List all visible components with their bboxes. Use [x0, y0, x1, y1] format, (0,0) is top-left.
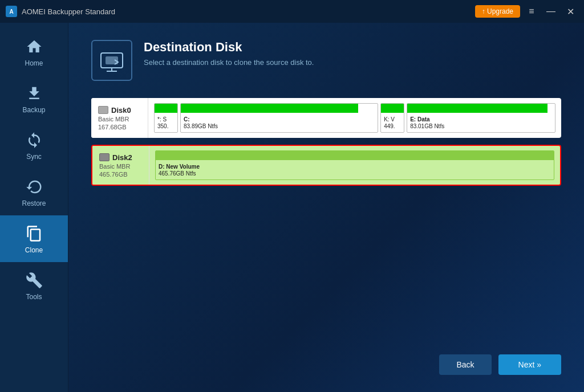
page-header: Destination Disk Select a destination di… [91, 40, 561, 81]
disk0-name: Disk0 [98, 106, 141, 115]
sidebar-label-clone: Clone [25, 246, 43, 254]
disk0-partition-4: E: Data 83.01GB Ntfs [407, 103, 555, 133]
sidebar-label-restore: Restore [22, 199, 46, 207]
title-bar-controls: ↑ Upgrade ≡ — ✕ [475, 3, 578, 19]
back-button[interactable]: Back [439, 354, 491, 375]
restore-icon [24, 177, 44, 197]
close-button[interactable]: ✕ [562, 3, 578, 19]
app-body: Home Backup Sync Restore Clone [0, 23, 584, 392]
home-icon [24, 36, 44, 57]
sidebar-item-home[interactable]: Home [0, 28, 68, 75]
disk0-partition-1: *: S 350. [154, 103, 178, 133]
disk0-type: Basic MBR [98, 116, 141, 122]
disk0-p1-label: *: S [157, 116, 175, 122]
page-title: Destination Disk [144, 40, 314, 55]
sidebar-label-sync: Sync [26, 153, 42, 161]
disk2-partition-1: D: New Volume 465.76GB Ntfs [155, 150, 554, 180]
disk0-partition-3: K: V 449. [380, 103, 404, 133]
disk2-p1-label: D: New Volume [159, 164, 551, 170]
disk2-size: 465.76GB [99, 171, 142, 178]
disk-item-disk2[interactable]: Disk2 Basic MBR 465.76GB D: New Volume 4… [91, 145, 561, 186]
sidebar: Home Backup Sync Restore Clone [0, 23, 68, 392]
content-area: Destination Disk Select a destination di… [68, 23, 584, 392]
sidebar-item-tools[interactable]: Tools [0, 262, 68, 309]
title-bar: A AOMEI Backupper Standard ↑ Upgrade ≡ —… [0, 0, 584, 23]
disk0-partition-2: C: 83.89GB Ntfs [180, 103, 378, 133]
disk2-name: Disk2 [99, 153, 142, 162]
tools-icon [24, 270, 44, 291]
upgrade-button[interactable]: ↑ Upgrade [475, 5, 520, 18]
app-logo: A [6, 6, 17, 17]
sidebar-item-backup[interactable]: Backup [0, 75, 68, 122]
disk0-p4-label: E: Data [410, 116, 552, 122]
disk0-p2-sub: 83.89GB Ntfs [184, 123, 375, 129]
sidebar-label-tools: Tools [26, 293, 42, 301]
page-icon-box [91, 40, 132, 81]
menu-button[interactable]: ≡ [524, 3, 540, 19]
page-title-area: Destination Disk Select a destination di… [144, 40, 314, 67]
disk-icon [98, 106, 108, 114]
page-subtitle: Select a destination disk to clone the s… [144, 58, 314, 67]
sidebar-label-backup: Backup [22, 106, 45, 114]
sidebar-item-restore[interactable]: Restore [0, 169, 68, 215]
disk0-partitions: *: S 350. C: 83.89GB Ntfs [148, 98, 561, 138]
disk0-p3-sub: 449. [384, 123, 401, 129]
sidebar-label-home: Home [25, 59, 43, 67]
disk2-p1-sub: 465.76GB Ntfs [159, 170, 551, 177]
app-title: AOMEI Backupper Standard [22, 7, 115, 16]
disk0-p3-label: K: V [384, 116, 401, 122]
sidebar-item-clone[interactable]: Clone [0, 215, 68, 262]
sidebar-item-sync[interactable]: Sync [0, 122, 68, 169]
disk0-p4-sub: 83.01GB Ntfs [410, 123, 552, 129]
disk0-p2-label: C: [184, 116, 375, 122]
minimize-button[interactable]: — [543, 3, 559, 19]
clone-icon [24, 223, 44, 244]
disk2-partitions: D: New Volume 465.76GB Ntfs [149, 146, 560, 185]
footer: Back Next » [91, 343, 561, 375]
disk-list: Disk0 Basic MBR 167.68GB *: S 350. [91, 98, 561, 343]
disk0-label: Disk0 Basic MBR 167.68GB [91, 98, 148, 138]
disk0-size: 167.68GB [98, 124, 141, 130]
disk-item-disk0[interactable]: Disk0 Basic MBR 167.68GB *: S 350. [91, 98, 561, 138]
sync-icon [24, 130, 44, 150]
title-bar-left: A AOMEI Backupper Standard [6, 6, 115, 17]
disk2-type: Basic MBR [99, 163, 142, 170]
disk2-label: Disk2 Basic MBR 465.76GB [92, 146, 149, 185]
disk2-disk-icon [99, 153, 110, 161]
next-button[interactable]: Next » [498, 354, 561, 375]
disk0-p1-sub: 350. [157, 123, 175, 129]
backup-icon [24, 83, 44, 104]
